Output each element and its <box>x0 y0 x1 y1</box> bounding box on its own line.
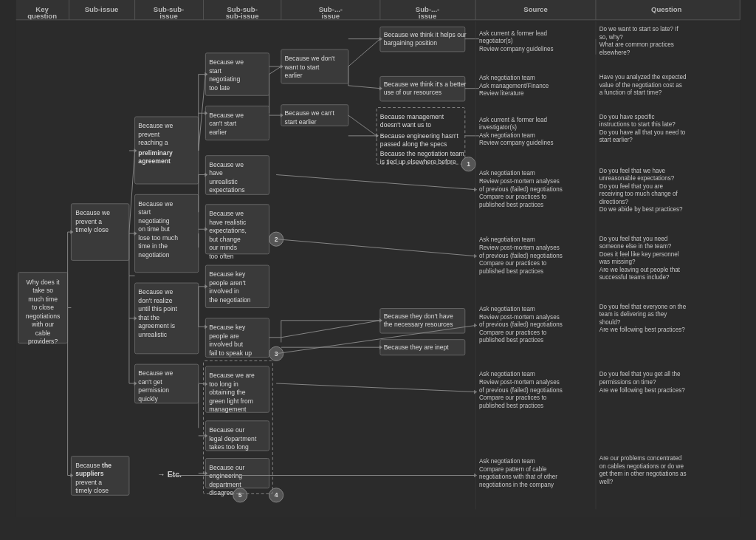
svg-text:Because we: Because we <box>138 288 173 295</box>
svg-text:Review post-mortem analyses: Review post-mortem analyses <box>479 379 560 386</box>
svg-text:bargaining position: bargaining position <box>384 39 437 47</box>
svg-text:agreement: agreement <box>138 157 171 165</box>
svg-text:prevent a: prevent a <box>75 218 102 225</box>
svg-text:earlier: earlier <box>209 129 227 136</box>
svg-text:Compare our practices to: Compare our practices to <box>479 194 547 200</box>
svg-text:reaching a: reaching a <box>138 139 168 146</box>
svg-text:passed along the specs: passed along the specs <box>380 140 447 148</box>
svg-text:Does it feel like key personne: Does it feel like key personnel <box>599 251 679 258</box>
svg-text:Ask management/Finance: Ask management/Finance <box>479 83 549 89</box>
svg-text:green light from: green light from <box>209 397 253 405</box>
svg-text:Because we don't: Because we don't <box>285 55 335 62</box>
svg-text:want to start: want to start <box>284 64 320 71</box>
svg-text:of previous (failed) negotiati: of previous (failed) negotiations <box>479 253 563 259</box>
svg-text:Because we think it helps our: Because we think it helps our <box>384 31 467 38</box>
svg-text:Do we want to start so late? I: Do we want to start so late? If <box>599 26 679 33</box>
svg-text:get them in other negotiations: get them in other negotiations as <box>599 471 687 477</box>
svg-text:Ask current & former lead: Ask current & former lead <box>479 30 547 37</box>
svg-text:Because we: Because we <box>209 58 244 66</box>
svg-text:a function of start time?: a function of start time? <box>599 89 662 96</box>
svg-text:engineering: engineering <box>209 472 242 479</box>
svg-text:start: start <box>209 67 221 75</box>
svg-text:Because management: Because management <box>380 113 444 120</box>
svg-text:Are we following best practice: Are we following best practices? <box>599 387 686 394</box>
svg-text:question: question <box>27 12 57 20</box>
svg-text:Do you feel that we have: Do you feel that we have <box>599 168 666 174</box>
svg-text:start earlier?: start earlier? <box>599 137 633 143</box>
svg-text:Ask negotiation team: Ask negotiation team <box>479 132 535 139</box>
svg-text:start: start <box>138 208 151 216</box>
svg-text:time in the: time in the <box>138 242 168 250</box>
svg-text:negotiations: negotiations <box>26 312 60 320</box>
svg-text:preliminary: preliminary <box>138 149 173 157</box>
svg-text:Ask negotiation team: Ask negotiation team <box>479 306 535 312</box>
svg-text:our minds: our minds <box>209 244 237 251</box>
svg-text:to close: to close <box>32 304 54 311</box>
svg-text:permission: permission <box>138 386 169 394</box>
svg-text:is tied up elsewhere before: is tied up elsewhere before <box>380 158 456 165</box>
svg-text:negotiating: negotiating <box>209 75 240 83</box>
svg-text:Because we: Because we <box>138 200 173 208</box>
svg-text:don't realize: don't realize <box>138 297 172 304</box>
svg-text:published best practices: published best practices <box>479 268 543 275</box>
svg-text:someone else in the team?: someone else in the team? <box>599 243 672 250</box>
svg-text:Because key: Because key <box>209 324 246 331</box>
svg-text:lose too much: lose too much <box>138 234 178 242</box>
svg-text:Compare pattern of cable: Compare pattern of cable <box>479 466 547 473</box>
svg-text:Are our problems concentrated: Are our problems concentrated <box>599 455 682 462</box>
svg-text:can't get: can't get <box>138 378 162 386</box>
svg-text:Because engineering hasn't: Because engineering hasn't <box>380 132 459 140</box>
svg-text:Compare our practices to: Compare our practices to <box>479 260 547 267</box>
svg-text:Because they are inept: Because they are inept <box>384 344 450 351</box>
svg-text:negotiations in the company: negotiations in the company <box>479 482 554 488</box>
svg-text:unrealistic: unrealistic <box>209 178 238 185</box>
svg-text:the necessary resources: the necessary resources <box>384 321 453 328</box>
svg-text:too late: too late <box>209 84 230 92</box>
svg-text:Because our: Because our <box>209 426 244 434</box>
svg-text:unreasonable expectations?: unreasonable expectations? <box>599 175 675 182</box>
svg-text:Because we: Because we <box>209 210 244 217</box>
svg-rect-1 <box>16 0 740 20</box>
svg-text:providers?: providers? <box>28 338 58 345</box>
svg-text:Because we are: Because we are <box>209 372 255 379</box>
svg-text:Review post-mortem analyses: Review post-mortem analyses <box>479 314 560 321</box>
svg-text:Why does it: Why does it <box>27 278 61 286</box>
svg-text:with our: with our <box>31 321 54 328</box>
svg-text:people are: people are <box>209 332 239 340</box>
svg-text:What are common practices: What are common practices <box>599 41 674 48</box>
svg-text:was missing?: was missing? <box>599 259 636 265</box>
svg-text:much time: much time <box>28 295 58 303</box>
svg-text:issue: issue <box>419 12 436 20</box>
svg-text:unrealistic: unrealistic <box>138 331 167 338</box>
svg-text:Review company guidelines: Review company guidelines <box>479 140 554 146</box>
svg-text:cable: cable <box>35 329 51 337</box>
svg-text:involved but: involved but <box>209 341 244 348</box>
svg-text:Because we can't: Because we can't <box>285 109 335 117</box>
svg-text:negotiations with that of othe: negotiations with that of other <box>479 474 557 480</box>
svg-text:Because our: Because our <box>209 464 244 471</box>
svg-text:start earlier: start earlier <box>285 118 317 126</box>
svg-text:Review company guidelines: Review company guidelines <box>479 46 554 52</box>
svg-text:agreement is: agreement is <box>138 322 175 329</box>
svg-text:Do you feel that you need: Do you feel that you need <box>599 236 668 242</box>
svg-text:5: 5 <box>238 491 242 499</box>
svg-text:instructions to start this lat: instructions to start this late? <box>599 121 676 128</box>
svg-text:team is delivering as they: team is delivering as they <box>599 311 668 318</box>
svg-text:timely close: timely close <box>75 487 109 494</box>
svg-text:negotiating: negotiating <box>138 217 169 225</box>
svg-text:that the: that the <box>138 314 159 321</box>
svg-text:Ask negotiation team: Ask negotiation team <box>479 371 535 377</box>
svg-text:suppliers: suppliers <box>75 470 103 477</box>
main-container: Key question Sub-issue Sub-sub- issue Su… <box>0 0 756 540</box>
svg-text:Ask negotiation team: Ask negotiation team <box>479 236 535 243</box>
svg-text:published best practices: published best practices <box>479 337 543 344</box>
svg-text:prevent: prevent <box>138 131 159 138</box>
svg-text:receiving too much change of: receiving too much change of <box>599 191 678 197</box>
svg-text:too often: too often <box>209 253 234 260</box>
svg-text:value of the negotiation cost : value of the negotiation cost as <box>599 82 682 89</box>
svg-text:take so: take so <box>32 287 53 294</box>
svg-text:published best practices: published best practices <box>479 202 543 208</box>
svg-text:Because we: Because we <box>138 122 173 129</box>
svg-text:successful teams include?: successful teams include? <box>599 274 670 281</box>
svg-text:management: management <box>209 406 247 413</box>
